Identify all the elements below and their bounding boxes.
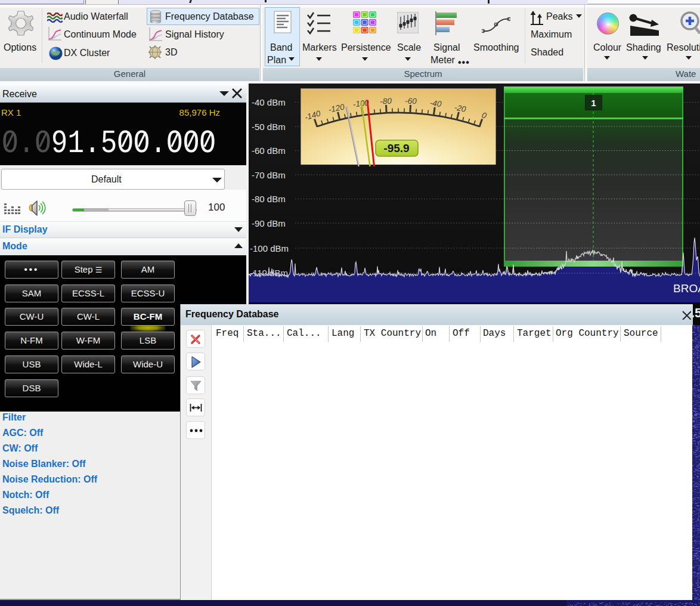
- svg-text:-95.9: -95.9: [383, 142, 409, 154]
- svg-text:-80: -80: [380, 97, 392, 106]
- svg-text:-60: -60: [405, 97, 417, 106]
- svg-text:-40: -40: [429, 98, 442, 109]
